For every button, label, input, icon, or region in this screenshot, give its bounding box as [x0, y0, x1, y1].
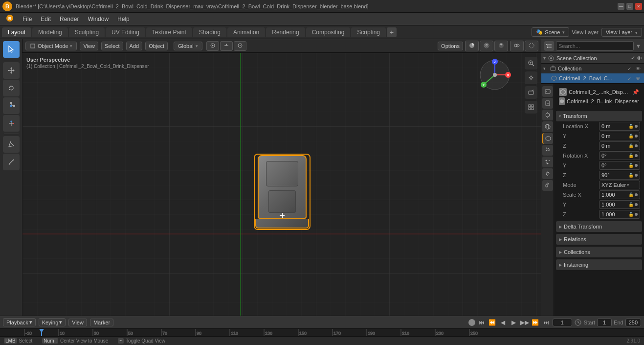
view-all[interactable]: [525, 101, 537, 114]
outliner-search[interactable]: [556, 41, 634, 51]
zoom-to-selected[interactable]: [525, 57, 537, 69]
object-visibility[interactable]: ✓: [625, 74, 633, 82]
scene-properties[interactable]: [542, 110, 553, 120]
filter-button[interactable]: ▼: [636, 43, 641, 49]
scale-x-field[interactable]: 1.000 🔒: [599, 190, 640, 199]
cursor-tool[interactable]: [3, 41, 20, 58]
current-frame[interactable]: 1: [553, 319, 572, 326]
keying-button[interactable]: Keying ▾: [39, 318, 66, 326]
scale-tool[interactable]: [3, 97, 20, 114]
navigate[interactable]: [525, 71, 537, 84]
measure-tool[interactable]: [3, 154, 20, 170]
view-button[interactable]: View: [68, 319, 87, 326]
object-properties[interactable]: [542, 133, 553, 144]
render-visibility[interactable]: 👁: [637, 55, 642, 61]
render-properties[interactable]: [542, 86, 553, 97]
collection-visibility[interactable]: ✓: [625, 65, 633, 72]
tab-sculpting[interactable]: Sculpting: [69, 27, 105, 37]
rendered-shading[interactable]: [494, 41, 508, 51]
output-properties[interactable]: [542, 98, 553, 109]
tab-animation[interactable]: Animation: [227, 27, 265, 37]
solid-shading[interactable]: [465, 41, 479, 51]
move-tool[interactable]: [3, 62, 20, 79]
tab-texture-paint[interactable]: Texture Paint: [146, 27, 192, 37]
overlay-toggle[interactable]: [510, 41, 524, 51]
add-workspace-button[interactable]: +: [387, 27, 397, 37]
collection-render[interactable]: 👁: [634, 65, 642, 72]
start-frame[interactable]: 1: [597, 319, 612, 326]
menu-render[interactable]: Render: [56, 15, 83, 23]
collections-section-header[interactable]: ▶ Collections: [556, 247, 642, 257]
tab-rendering[interactable]: Rendering: [266, 27, 305, 37]
minimize-button[interactable]: —: [618, 3, 624, 10]
modifier-properties[interactable]: [542, 145, 553, 156]
object-render[interactable]: 👁: [634, 74, 642, 82]
tab-compositing[interactable]: Compositing: [306, 27, 351, 37]
constraints-properties[interactable]: [542, 180, 553, 191]
snap-toggle[interactable]: [206, 41, 219, 51]
rotation-mode-select[interactable]: XYZ Euler ▾: [599, 181, 640, 189]
transform-tool[interactable]: [3, 115, 20, 132]
pin-button[interactable]: 📌: [632, 89, 639, 95]
xray-toggle[interactable]: [525, 41, 538, 51]
object-data-name[interactable]: Cofrimell_2_B...ink_Dispenser: [567, 98, 639, 104]
snap-options[interactable]: [220, 41, 233, 51]
scale-z-field[interactable]: 1.000 🔒: [599, 210, 640, 219]
tab-shading[interactable]: Shading: [193, 27, 226, 37]
tab-modeling[interactable]: Modeling: [32, 27, 68, 37]
menu-help[interactable]: Help: [113, 15, 133, 23]
relations-section-header[interactable]: ▶ Relations: [556, 234, 642, 245]
step-back[interactable]: ◀: [499, 318, 508, 327]
menu-blender[interactable]: B: [2, 13, 18, 24]
select-menu[interactable]: Select: [101, 42, 123, 50]
world-properties[interactable]: [542, 121, 553, 132]
jump-next-keyframe[interactable]: ⏩: [531, 318, 540, 327]
menu-file[interactable]: File: [19, 15, 36, 23]
tab-scripting[interactable]: Scripting: [351, 27, 386, 37]
instancing-section-header[interactable]: ▶ Instancing: [556, 259, 642, 270]
view-layer-selector[interactable]: View Layer ▾: [601, 28, 642, 37]
scene-area[interactable]: User Perspective (1) Collection | Cofrim…: [22, 53, 541, 345]
playback-button[interactable]: Playback ▾: [3, 318, 36, 326]
location-z-field[interactable]: 0 m 🔒: [599, 141, 640, 150]
options-button[interactable]: Options: [438, 42, 463, 50]
selected-object[interactable]: [255, 155, 309, 229]
end-frame[interactable]: 250: [625, 319, 641, 326]
material-preview[interactable]: [480, 41, 493, 51]
location-y-field[interactable]: 0 m 🔒: [599, 132, 640, 140]
step-forward[interactable]: ▶▶: [520, 318, 529, 327]
jump-start[interactable]: ⏮: [477, 318, 486, 327]
play-button[interactable]: ▶: [510, 318, 518, 327]
rotation-x-field[interactable]: 0° 🔒: [599, 151, 640, 160]
tab-uv-editing[interactable]: UV Editing: [106, 27, 145, 37]
camera-view[interactable]: [525, 86, 537, 99]
menu-edit[interactable]: Edit: [37, 15, 55, 23]
keyframe-record[interactable]: [468, 319, 475, 326]
proportional-edit[interactable]: [234, 41, 246, 51]
object-name-field[interactable]: Cofrimell_2_...nk_Dispenser: [569, 89, 630, 95]
delta-section-header[interactable]: ▶ Delta Transform: [556, 221, 642, 232]
outliner-object-item[interactable]: Cofrimell_2_Bowl_C... ✓ 👁: [541, 73, 644, 83]
rotation-z-field[interactable]: 90° 🔒: [599, 171, 640, 180]
marker-button[interactable]: Marker: [90, 319, 113, 326]
scale-y-field[interactable]: 1.000 🔒: [599, 200, 640, 209]
tab-layout[interactable]: Layout: [2, 27, 31, 37]
object-menu[interactable]: Object: [145, 42, 168, 50]
visibility-toggle[interactable]: ✓: [631, 55, 635, 61]
navigation-gizmo[interactable]: Z X Y: [478, 58, 512, 92]
maximize-button[interactable]: □: [626, 3, 633, 10]
scene-collection-header[interactable]: ▾ Scene Collection ✓ 👁: [541, 53, 644, 64]
rotation-y-field[interactable]: 0° 🔒: [599, 161, 640, 170]
annotate-tool[interactable]: [3, 136, 20, 153]
window-controls[interactable]: — □ ✕: [618, 3, 642, 10]
outliner-collection-item[interactable]: ▾ Collection ✓ 👁: [541, 64, 644, 73]
location-x-field[interactable]: 0 m 🔒: [599, 122, 640, 131]
particle-properties[interactable]: [542, 157, 553, 167]
scene-selector[interactable]: 🎭 Scene ▾: [532, 27, 569, 37]
view-menu[interactable]: View: [80, 42, 98, 50]
menu-window[interactable]: Window: [84, 15, 112, 23]
transform-orientation[interactable]: Global ▾: [174, 42, 202, 50]
jump-prev-keyframe[interactable]: ⏪: [488, 318, 497, 327]
close-button[interactable]: ✕: [635, 3, 642, 10]
transform-section-header[interactable]: ▾ Transform: [556, 111, 642, 121]
